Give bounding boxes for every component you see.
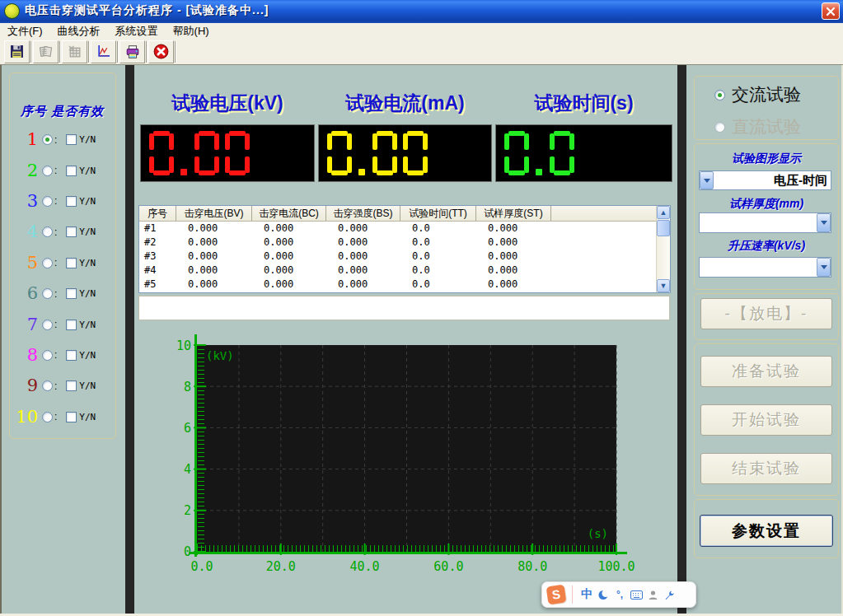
table-scrollbar[interactable]: ▲ ▼	[656, 206, 670, 292]
sample-select-radio[interactable]	[42, 196, 53, 207]
colon-label: :	[54, 380, 57, 392]
table-row[interactable]: #2 0.000 0.000 0.000 0.0 0.000	[139, 236, 656, 250]
table-row[interactable]: #1 0.000 0.000 0.000 0.0 0.000	[139, 222, 656, 236]
table-row[interactable]: #5 0.000 0.000 0.000 0.0 0.000	[139, 278, 656, 292]
graph-display-combo[interactable]: 电压-时间	[699, 170, 831, 190]
sample-valid-checkbox[interactable]	[66, 412, 77, 422]
test-voltage-label: 试验电压(kV)	[140, 91, 315, 116]
window-left-edge	[0, 65, 2, 614]
y-tick: 0	[184, 544, 191, 559]
scroll-up-icon[interactable]: ▲	[657, 206, 670, 219]
keyboard-icon[interactable]	[628, 590, 644, 600]
sample-select-radio[interactable]	[42, 412, 53, 422]
x-tick: 100.0	[597, 559, 635, 574]
sample-row: 1 : Y/N	[15, 124, 115, 155]
chevron-down-icon[interactable]	[700, 171, 714, 189]
punctuation-icon[interactable]: °,	[611, 589, 628, 600]
yn-label: Y/N	[79, 166, 96, 176]
scrollbar-thumb[interactable]	[657, 220, 670, 236]
colon-label: :	[54, 134, 57, 146]
table-row[interactable]: #3 0.000 0.000 0.000 0.0 0.000	[139, 250, 656, 264]
menu-help[interactable]: 帮助(H)	[166, 23, 217, 39]
sample-valid-checkbox[interactable]	[66, 320, 77, 330]
chinese-mode-icon[interactable]: 中	[578, 587, 595, 602]
sample-select-radio[interactable]	[42, 134, 53, 145]
sample-number: 1	[15, 131, 38, 148]
title-bar: 电压击穿测试平台分析程序 - [试验准备中...]	[0, 0, 843, 23]
sample-select-radio[interactable]	[42, 380, 53, 391]
yn-label: Y/N	[79, 350, 96, 361]
colon-label: :	[54, 288, 57, 300]
moon-icon[interactable]	[595, 590, 611, 600]
sogou-logo[interactable]: S	[546, 585, 567, 605]
params-settings-button[interactable]: 参数设置	[700, 515, 833, 547]
menu-system-settings[interactable]: 系统设置	[108, 23, 166, 39]
sample-valid-checkbox[interactable]	[66, 226, 77, 237]
sample-valid-checkbox[interactable]	[66, 134, 77, 145]
colon-label: :	[54, 226, 57, 238]
results-table-body: #1 0.000 0.000 0.000 0.0 0.000 #2 0.000 …	[139, 222, 656, 292]
sample-select-radio[interactable]	[42, 320, 53, 330]
sample-number: 4	[15, 223, 38, 240]
sample-select-radio[interactable]	[42, 288, 53, 299]
current-sevenseg	[319, 125, 491, 181]
ramp-rate-combo[interactable]	[699, 257, 831, 278]
save-icon	[10, 44, 24, 58]
sample-valid-checkbox[interactable]	[66, 166, 77, 176]
x-tick: 20.0	[266, 559, 296, 574]
col-header-sample-thickness[interactable]: 试样厚度(ST)	[476, 206, 551, 221]
yn-label: Y/N	[79, 226, 96, 237]
col-header-breakdown-voltage[interactable]: 击穿电压(BV)	[176, 206, 252, 221]
sample-thickness-combo[interactable]	[699, 212, 831, 233]
y-tick: 4	[184, 462, 191, 477]
chevron-down-icon[interactable]	[817, 258, 831, 277]
print-preview-button[interactable]	[33, 40, 59, 63]
chevron-down-icon[interactable]	[817, 213, 831, 232]
col-header-breakdown-current[interactable]: 击穿电流(BC)	[252, 206, 326, 221]
test-time-label: 试验时间(s)	[495, 91, 672, 116]
y-tick: 6	[184, 421, 191, 436]
sample-number: 10	[15, 408, 38, 426]
stop-button[interactable]	[148, 40, 174, 63]
y-axis-unit-label: (kV)	[206, 349, 234, 362]
x-tick: 80.0	[518, 559, 547, 574]
left-splitter	[125, 65, 134, 614]
sample-valid-checkbox[interactable]	[66, 288, 77, 299]
sample-select-radio[interactable]	[42, 350, 53, 361]
sample-valid-checkbox[interactable]	[66, 196, 77, 207]
user-icon[interactable]	[644, 590, 661, 600]
dc-test-label: 直流试验	[732, 115, 801, 138]
sample-row: 5 : Y/N	[15, 248, 115, 278]
print-icon	[125, 44, 140, 59]
sample-valid-checkbox[interactable]	[66, 380, 77, 391]
ac-test-radio[interactable]	[714, 90, 725, 100]
prepare-test-button: 准备试验	[700, 356, 832, 387]
sample-valid-checkbox[interactable]	[66, 350, 77, 361]
stop-icon	[153, 44, 169, 59]
test-current-label: 试验电流(mA)	[318, 91, 492, 116]
wrench-icon[interactable]	[661, 590, 677, 600]
sample-select-radio[interactable]	[42, 258, 53, 268]
print-button[interactable]	[119, 40, 145, 63]
table-row[interactable]: #4 0.000 0.000 0.000 0.0 0.000	[139, 264, 656, 278]
sample-row: 8 : Y/N	[15, 340, 115, 371]
close-button[interactable]	[822, 2, 840, 20]
menu-file[interactable]: 文件(F)	[0, 23, 50, 39]
col-header-test-time[interactable]: 试验时间(TT)	[400, 206, 476, 221]
save-button[interactable]	[4, 40, 30, 63]
yn-label: Y/N	[79, 320, 96, 330]
x-tick: 0.0	[190, 559, 213, 574]
ac-test-option[interactable]: 交流试验	[710, 83, 801, 106]
sample-number: 9	[15, 377, 38, 394]
export-table-button[interactable]	[62, 40, 87, 63]
scroll-down-icon[interactable]: ▼	[657, 279, 670, 292]
sample-select-radio[interactable]	[42, 226, 53, 237]
curve-analysis-button[interactable]	[91, 40, 116, 63]
col-header-index[interactable]: 序号	[139, 206, 176, 221]
right-splitter	[677, 65, 686, 614]
menu-curve-analysis[interactable]: 曲线分析	[50, 23, 108, 39]
sample-valid-checkbox[interactable]	[66, 258, 77, 268]
toolbar	[0, 39, 843, 65]
col-header-breakdown-strength[interactable]: 击穿强度(BS)	[326, 206, 400, 221]
sample-select-radio[interactable]	[42, 166, 53, 176]
